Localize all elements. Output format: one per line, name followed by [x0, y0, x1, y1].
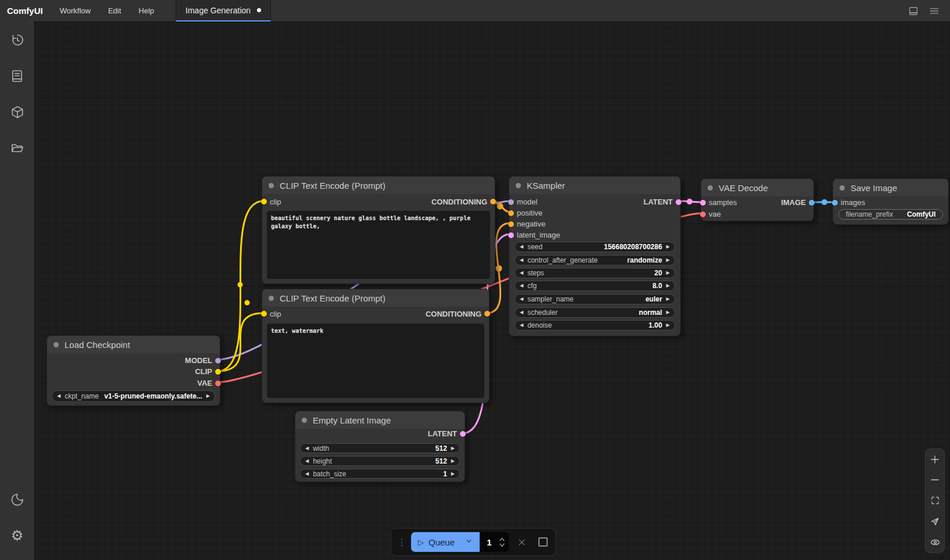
link-midpoint-dot[interactable]: [496, 265, 502, 272]
theme-toggle-moon-icon[interactable]: [6, 488, 29, 511]
node-ksampler[interactable]: KSampler model LATENT positive negative …: [509, 176, 681, 336]
output-port-model[interactable]: [215, 358, 221, 364]
node-clip-text-encode-negative[interactable]: CLIP Text Encode (Prompt) clip CONDITION…: [262, 289, 490, 403]
input-port-negative[interactable]: [508, 221, 514, 227]
increment-arrow-icon[interactable]: ▶: [666, 271, 670, 275]
node-header[interactable]: Load Checkpoint: [47, 336, 220, 353]
node-header[interactable]: Save Image: [833, 179, 948, 196]
link-midpoint-dot[interactable]: [822, 199, 827, 205]
decrement-arrow-icon[interactable]: ◀: [305, 459, 309, 464]
select-mode-arrow-button[interactable]: [928, 515, 942, 529]
bottom-panel-toggle-icon[interactable]: [906, 3, 921, 19]
widget-height[interactable]: ◀ height 512 ▶: [300, 456, 460, 466]
queue-button[interactable]: ▷ Queue: [411, 532, 480, 552]
decrement-arrow-icon[interactable]: ◀: [57, 394, 60, 399]
increment-arrow-icon[interactable]: ▶: [666, 258, 670, 263]
input-port-samples[interactable]: [700, 200, 706, 206]
prompt-textarea[interactable]: beautiful scenery nature glass bottle la…: [267, 211, 490, 279]
node-vae-decode[interactable]: VAE Decode samples IMAGE vae: [701, 178, 814, 221]
output-port-clip[interactable]: [215, 369, 221, 375]
decrement-arrow-icon[interactable]: ◀: [305, 446, 309, 451]
decrement-arrow-icon[interactable]: ◀: [305, 472, 309, 476]
link-midpoint-dot[interactable]: [497, 203, 503, 210]
menu-workflow[interactable]: Workflow: [51, 0, 99, 21]
clear-queue-x-icon[interactable]: [516, 535, 528, 549]
widget-filename-prefix[interactable]: filename_prefix ComfyUI: [838, 209, 943, 220]
comfyui-logo[interactable]: ComfyUI: [0, 0, 51, 21]
input-label-model: model: [517, 198, 537, 206]
increment-arrow-icon[interactable]: ▶: [451, 472, 455, 476]
decrement-arrow-icon[interactable]: ◀: [520, 283, 523, 288]
widget-scheduler[interactable]: ◀ scheduler normal ▶: [515, 307, 675, 318]
increment-arrow-icon[interactable]: ▶: [451, 446, 455, 451]
widget-width[interactable]: ◀ width 512 ▶: [300, 443, 460, 453]
tab-image-generation[interactable]: Image Generation: [176, 0, 271, 21]
node-save-image[interactable]: Save Image images filename_prefix ComfyU…: [833, 178, 949, 225]
increment-arrow-icon[interactable]: ▶: [206, 394, 210, 399]
decrement-arrow-icon[interactable]: ◀: [520, 297, 523, 301]
link-midpoint-dot[interactable]: [687, 199, 692, 204]
widget-steps[interactable]: ◀ steps 20 ▶: [515, 268, 675, 278]
decrement-arrow-icon[interactable]: ◀: [520, 310, 523, 315]
output-port-conditioning[interactable]: [490, 199, 496, 204]
node-load-checkpoint[interactable]: Load Checkpoint MODEL CLIP VAE ◀ ckpt_na…: [47, 335, 220, 406]
settings-gear-icon[interactable]: ⚙: [6, 524, 29, 547]
link-midpoint-dot[interactable]: [245, 300, 250, 306]
decrement-arrow-icon[interactable]: ◀: [520, 258, 523, 263]
node-header[interactable]: KSampler: [509, 177, 680, 194]
workflows-folder-icon[interactable]: [6, 137, 29, 160]
node-header[interactable]: CLIP Text Encode (Prompt): [262, 289, 489, 307]
decrement-arrow-icon[interactable]: ◀: [520, 323, 523, 328]
widget-sampler-name[interactable]: ◀ sampler_name euler ▶: [515, 294, 675, 304]
increment-arrow-icon[interactable]: ▶: [666, 310, 670, 315]
model-library-icon[interactable]: [6, 100, 29, 124]
input-port-vae[interactable]: [700, 211, 706, 217]
increment-arrow-icon[interactable]: ▶: [666, 297, 670, 301]
input-port-model[interactable]: [508, 199, 514, 205]
output-port-conditioning[interactable]: [484, 311, 490, 317]
node-header[interactable]: Empty Latent Image: [295, 411, 465, 429]
play-icon: ▷: [418, 539, 424, 546]
increment-arrow-icon[interactable]: ▶: [451, 459, 455, 464]
hamburger-menu-icon[interactable]: [927, 3, 942, 19]
widget-ckpt-name[interactable]: ◀ ckpt_name v1-5-pruned-emaonly.safete..…: [52, 390, 215, 402]
drag-handle-icon[interactable]: ⋮: [397, 537, 406, 548]
decrement-arrow-icon[interactable]: ◀: [520, 271, 523, 275]
output-port-image[interactable]: [809, 200, 815, 206]
increment-arrow-icon[interactable]: ▶: [666, 245, 670, 249]
increment-arrow-icon[interactable]: ▶: [666, 283, 670, 288]
input-port-latent-image[interactable]: [508, 232, 514, 238]
node-library-icon[interactable]: [6, 64, 29, 88]
widget-seed[interactable]: ◀ seed 156680208700286 ▶: [515, 242, 675, 252]
input-port-clip[interactable]: [261, 311, 267, 317]
stop-button[interactable]: [537, 535, 549, 549]
widget-cfg[interactable]: ◀ cfg 8.0 ▶: [515, 281, 675, 291]
queue-options-chevron-icon[interactable]: [465, 537, 473, 547]
queue-history-icon[interactable]: [6, 28, 29, 52]
widget-control-after-generate[interactable]: ◀ control_after_generate randomize ▶: [515, 255, 675, 265]
node-header[interactable]: VAE Decode: [701, 179, 813, 196]
increment-arrow-icon[interactable]: ▶: [666, 323, 670, 328]
prompt-textarea[interactable]: text, watermark: [267, 324, 484, 398]
batch-count-input[interactable]: 1: [480, 532, 508, 552]
toggle-link-visibility-eye-button[interactable]: [928, 535, 942, 549]
decrement-arrow-icon[interactable]: ◀: [520, 245, 523, 249]
output-port-latent[interactable]: [676, 199, 681, 205]
zoom-in-button[interactable]: [928, 453, 942, 466]
widget-denoise[interactable]: ◀ denoise 1.00 ▶: [515, 320, 675, 331]
widget-batch-size[interactable]: ◀ batch_size 1 ▶: [300, 469, 460, 479]
node-clip-text-encode-positive[interactable]: CLIP Text Encode (Prompt) clip CONDITION…: [262, 176, 495, 284]
node-empty-latent-image[interactable]: Empty Latent Image LATENT ◀ width 512 ▶ …: [295, 411, 465, 482]
zoom-out-button[interactable]: [928, 473, 942, 487]
input-port-clip[interactable]: [261, 199, 267, 204]
link-midpoint-dot[interactable]: [238, 282, 243, 288]
input-port-images[interactable]: [832, 200, 838, 206]
menu-edit[interactable]: Edit: [99, 0, 130, 21]
menu-help[interactable]: Help: [130, 0, 163, 21]
node-header[interactable]: CLIP Text Encode (Prompt): [262, 177, 495, 194]
fit-view-button[interactable]: [928, 494, 942, 508]
batch-count-steppers[interactable]: [499, 537, 505, 547]
output-port-latent[interactable]: [460, 431, 466, 437]
input-port-positive[interactable]: [508, 210, 514, 216]
output-port-vae[interactable]: [215, 380, 221, 386]
